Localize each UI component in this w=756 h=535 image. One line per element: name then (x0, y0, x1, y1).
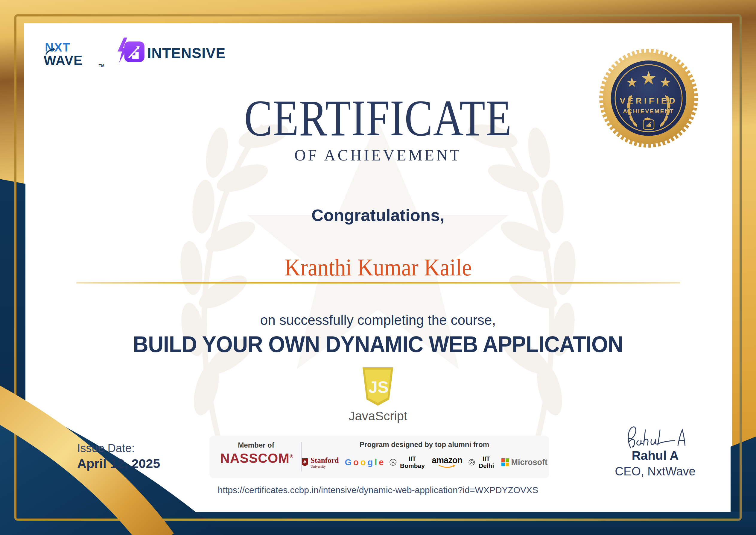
badge-star-icon: ★ (626, 74, 637, 90)
iit-bombay-logo: IIT Bombay (389, 455, 426, 469)
intensive-bolt-stairs-icon (114, 37, 146, 67)
membership-strip: Member of NASSCOM® Program designed by t… (209, 436, 549, 478)
stanford-university: University (310, 465, 339, 468)
google-letter: G (345, 458, 351, 467)
issue-date-label: Issue Date: (77, 442, 135, 455)
signer-role: CEO, NxtWave (604, 465, 706, 478)
stanford-text: Stanford University (310, 457, 339, 468)
google-letter: o (353, 458, 358, 467)
gold-divider-line (76, 282, 680, 284)
course-title: BUILD YOUR OWN DYNAMIC WEB APPLICATION (0, 331, 756, 357)
member-of-block: Member of NASSCOM® (220, 441, 292, 465)
nasscom-text: NASSCOM (220, 451, 290, 465)
iit-delhi-text: IIT Delhi (477, 455, 496, 469)
google-letter: g (367, 458, 372, 467)
badge-star-icon: ★ (640, 67, 657, 89)
intensive-wordmark: INTENSIVE (147, 45, 226, 61)
javascript-logo: JS (361, 366, 395, 408)
certificate-page: NXT WAVE TM INTENSIVE (0, 0, 756, 535)
technology-label: JavaScript (0, 409, 756, 423)
amazon-logo: amazon (432, 456, 462, 468)
recipient-name: Kranthi Kumar Kaile (0, 254, 756, 281)
badge-star-icon: ★ (660, 74, 671, 90)
stanford-logo: Stanford University (301, 457, 339, 468)
google-letter: o (361, 458, 365, 467)
certificate-title-text: CERTIFICATE (244, 92, 512, 144)
stanford-shield-icon (301, 458, 309, 467)
signature-handwriting (623, 423, 692, 453)
microsoft-logo: Microsoft (501, 458, 548, 467)
iit-bombay-text: IIT Bombay (399, 455, 426, 469)
registered-symbol: ® (290, 454, 293, 459)
partner-logos-row: Stanford University Google IIT Bombay am… (306, 453, 543, 471)
trademark-symbol: TM (99, 64, 104, 68)
nasscom-logo: NASSCOM® (220, 452, 292, 465)
greeting-text: Congratulations, (0, 205, 756, 225)
iit-bombay-emblem-icon (389, 458, 397, 467)
certificate-subtitle: OF ACHIEVEMENT (0, 146, 756, 164)
google-letter: e (379, 458, 383, 467)
stanford-name: Stanford (310, 457, 339, 464)
iit-delhi-emblem-icon (468, 458, 475, 467)
iit-delhi-logo: IIT Delhi (468, 455, 495, 469)
amazon-text: amazon (432, 456, 462, 464)
member-of-label: Member of (220, 441, 292, 449)
recipient-name-text: Kranthi Kumar Kaile (284, 254, 472, 281)
nxtwave-logo-wave: WAVE (44, 54, 83, 67)
microsoft-text: Microsoft (511, 458, 548, 467)
signer-name: Rahul A (610, 448, 700, 463)
google-letter: l (375, 458, 377, 467)
verification-url: https://certificates.ccbp.in/intensive/d… (0, 485, 756, 495)
certificate-title: CERTIFICATE (0, 92, 756, 144)
microsoft-squares-icon (501, 458, 509, 466)
js-logo-text: JS (368, 378, 388, 396)
issue-date-value: April 12, 2025 (77, 456, 160, 471)
program-label: Program designed by top alumni from (306, 440, 543, 449)
program-block: Program designed by top alumni from Stan… (306, 440, 543, 471)
course-title-text: BUILD YOUR OWN DYNAMIC WEB APPLICATION (133, 331, 623, 357)
google-logo: Google (345, 458, 383, 467)
amazon-smile-icon (438, 465, 456, 468)
completion-text: on successfully completing the course, (0, 312, 756, 328)
